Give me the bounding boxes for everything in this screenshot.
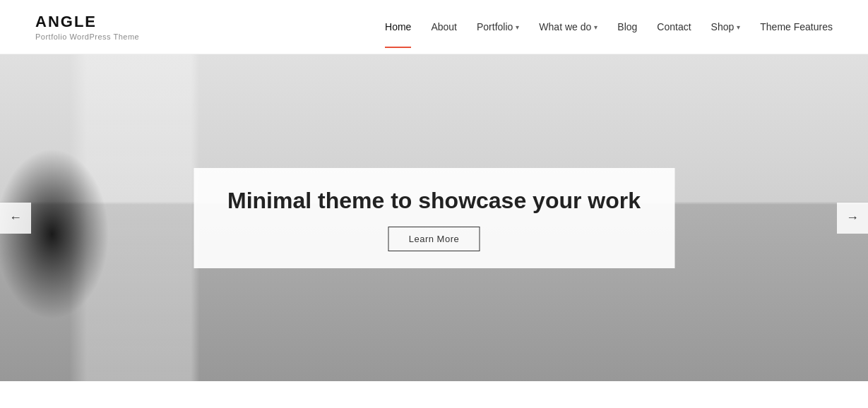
portfolio-dropdown-icon: ▾ xyxy=(516,23,519,31)
nav-item-about[interactable]: About xyxy=(431,21,457,32)
what-we-do-dropdown-icon: ▾ xyxy=(594,23,598,31)
arrow-left-icon: ← xyxy=(9,210,22,225)
nav-item-blog[interactable]: Blog xyxy=(617,21,637,32)
learn-more-button[interactable]: Learn More xyxy=(388,227,480,251)
hero-section: ← Minimal theme to showcase your work Le… xyxy=(0,54,868,381)
arrow-right-icon: → xyxy=(846,210,859,225)
nav-item-home[interactable]: Home xyxy=(385,21,411,32)
nav-item-shop[interactable]: Shop▾ xyxy=(711,21,741,32)
nav-item-contact[interactable]: Contact xyxy=(657,21,691,32)
nav-item-what-we-do[interactable]: What we do▾ xyxy=(539,21,598,32)
hero-title: Minimal theme to showcase your work xyxy=(227,188,641,214)
main-nav: HomeAboutPortfolio▾What we do▾BlogContac… xyxy=(385,21,833,32)
hero-overlay: Minimal theme to showcase your work Lear… xyxy=(194,168,674,268)
logo[interactable]: ANGLE Portfolio WordPress Theme xyxy=(35,13,139,41)
logo-title: ANGLE xyxy=(35,13,139,31)
next-slide-button[interactable]: → xyxy=(837,203,868,234)
logo-subtitle: Portfolio WordPress Theme xyxy=(35,32,139,41)
nav-item-portfolio[interactable]: Portfolio▾ xyxy=(477,21,519,32)
site-header: ANGLE Portfolio WordPress Theme HomeAbou… xyxy=(0,0,868,54)
shop-dropdown-icon: ▾ xyxy=(737,23,740,31)
prev-slide-button[interactable]: ← xyxy=(0,203,31,234)
nav-item-theme-features[interactable]: Theme Features xyxy=(760,21,833,32)
